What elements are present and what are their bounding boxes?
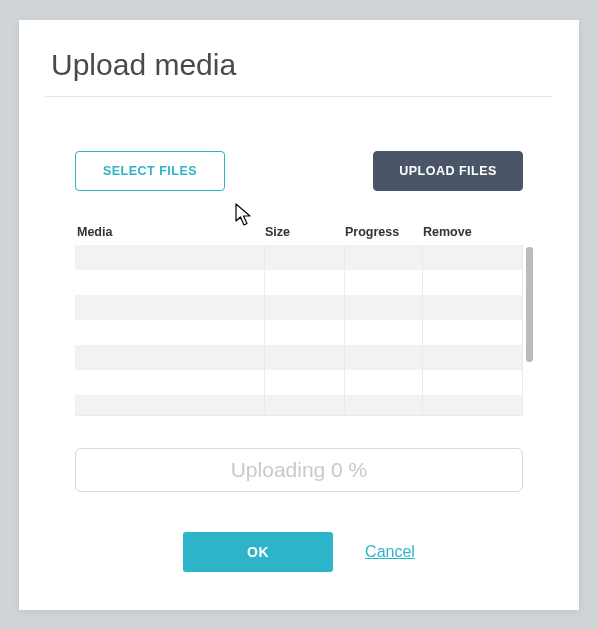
col-header-media: Media bbox=[75, 225, 265, 239]
table-row bbox=[75, 320, 522, 345]
dialog-footer: OK Cancel bbox=[75, 532, 523, 572]
table-row bbox=[75, 270, 522, 295]
upload-progress-text: Uploading 0 % bbox=[231, 458, 368, 482]
table-body bbox=[75, 245, 523, 415]
table-row bbox=[75, 370, 522, 395]
files-table: Media Size Progress Remove bbox=[75, 225, 523, 416]
scrollbar-thumb[interactable] bbox=[526, 247, 533, 362]
table-header-row: Media Size Progress Remove bbox=[75, 225, 523, 245]
table-row bbox=[75, 395, 522, 415]
divider bbox=[45, 96, 553, 97]
upload-progress-bar: Uploading 0 % bbox=[75, 448, 523, 492]
action-button-row: SELECT FILES UPLOAD FILES bbox=[75, 151, 523, 191]
table-row bbox=[75, 245, 522, 270]
dialog-content: SELECT FILES UPLOAD FILES Media Size Pro… bbox=[45, 151, 553, 572]
ok-button[interactable]: OK bbox=[183, 532, 333, 572]
table-row bbox=[75, 295, 522, 320]
upload-files-button[interactable]: UPLOAD FILES bbox=[373, 151, 523, 191]
table-row bbox=[75, 345, 522, 370]
vertical-scrollbar[interactable] bbox=[526, 247, 533, 417]
cancel-link[interactable]: Cancel bbox=[365, 543, 415, 561]
select-files-button[interactable]: SELECT FILES bbox=[75, 151, 225, 191]
dialog-title: Upload media bbox=[51, 48, 553, 82]
col-header-progress: Progress bbox=[345, 225, 423, 239]
upload-media-dialog: Upload media SELECT FILES UPLOAD FILES M… bbox=[19, 20, 579, 610]
col-header-remove: Remove bbox=[423, 225, 485, 239]
col-header-size: Size bbox=[265, 225, 345, 239]
